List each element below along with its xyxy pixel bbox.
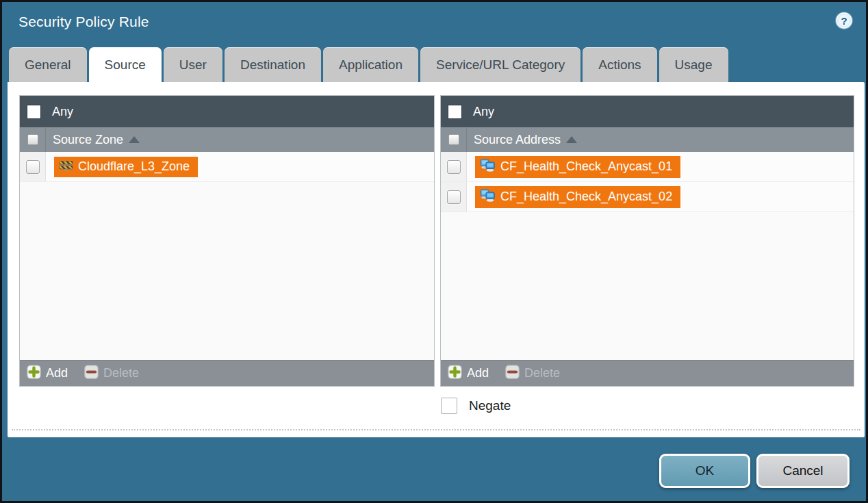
source-zone-any-checkbox[interactable] xyxy=(27,105,41,119)
source-address-any-checkbox[interactable] xyxy=(448,105,462,119)
tab-general[interactable]: General xyxy=(9,47,87,82)
cancel-button[interactable]: Cancel xyxy=(756,454,850,488)
address-icon xyxy=(480,189,496,205)
tab-user[interactable]: User xyxy=(164,47,222,82)
content-bottom-separator xyxy=(12,429,860,430)
negate-row: Negate xyxy=(441,398,511,414)
source-zone-panel: Any Source Zone xyxy=(19,95,435,387)
zone-icon xyxy=(59,159,73,175)
tab-application[interactable]: Application xyxy=(323,47,418,82)
negate-label: Negate xyxy=(469,398,511,413)
titlebar: Security Policy Rule ? xyxy=(2,2,866,47)
source-address-column-header[interactable]: Source Address xyxy=(441,127,854,152)
source-address-list: CF_Health_Check_Anycast_01 xyxy=(441,152,854,360)
delete-button-label: Delete xyxy=(524,366,560,381)
minus-icon xyxy=(505,365,520,382)
address-icon xyxy=(480,159,496,175)
table-row[interactable]: CF_Health_Check_Anycast_02 xyxy=(441,182,854,212)
address-object-label: CF_Health_Check_Anycast_01 xyxy=(500,159,672,174)
zone-object-label: Cloudflare_L3_Zone xyxy=(78,159,190,174)
add-button-label: Add xyxy=(467,366,489,381)
source-address-any-header: Any xyxy=(441,96,854,127)
plus-icon xyxy=(448,365,462,382)
select-all-cell xyxy=(441,127,467,152)
add-button[interactable]: Add xyxy=(27,365,68,382)
tab-destination[interactable]: Destination xyxy=(225,47,321,82)
row-checkbox[interactable] xyxy=(447,190,461,204)
tab-source[interactable]: Source xyxy=(89,47,162,82)
source-zone-column-header[interactable]: Source Zone xyxy=(20,127,434,152)
ok-button[interactable]: OK xyxy=(659,454,750,488)
address-object-tag[interactable]: CF_Health_Check_Anycast_01 xyxy=(475,156,680,178)
source-zone-column-title: Source Zone xyxy=(53,133,123,147)
tab-service-url-category[interactable]: Service/URL Category xyxy=(420,47,580,82)
svg-text:?: ? xyxy=(841,15,847,27)
minus-icon xyxy=(84,365,99,382)
plus-icon xyxy=(27,365,41,382)
source-address-footer: Add Delete xyxy=(441,360,854,386)
sort-ascending-icon xyxy=(129,136,140,143)
source-address-select-all-checkbox[interactable] xyxy=(448,134,459,145)
row-checkbox[interactable] xyxy=(26,160,40,174)
tab-content-source: Any Source Zone xyxy=(8,82,865,437)
dialog-title: Security Policy Rule xyxy=(18,14,149,30)
tab-usage[interactable]: Usage xyxy=(659,47,728,82)
row-checkbox-cell xyxy=(441,182,467,211)
zone-object-tag[interactable]: Cloudflare_L3_Zone xyxy=(54,157,198,177)
source-address-column-title: Source Address xyxy=(474,133,561,147)
sort-ascending-icon xyxy=(566,136,577,143)
row-checkbox-cell xyxy=(20,152,46,181)
negate-checkbox[interactable] xyxy=(441,398,457,414)
row-checkbox-cell xyxy=(441,152,467,181)
table-row[interactable]: Cloudflare_L3_Zone xyxy=(20,152,434,182)
source-zone-any-label: Any xyxy=(52,105,73,119)
delete-button-label: Delete xyxy=(103,366,139,381)
source-address-panel: Any Source Address xyxy=(440,95,854,387)
tab-actions[interactable]: Actions xyxy=(583,47,656,82)
tab-bar: General Source User Destination Applicat… xyxy=(9,47,728,82)
table-row[interactable]: CF_Health_Check_Anycast_01 xyxy=(441,152,854,182)
source-address-any-label: Any xyxy=(473,105,494,119)
delete-button[interactable]: Delete xyxy=(84,365,139,382)
address-object-label: CF_Health_Check_Anycast_02 xyxy=(500,190,672,204)
source-zone-footer: Add Delete xyxy=(20,360,434,386)
delete-button[interactable]: Delete xyxy=(505,365,560,382)
security-policy-rule-dialog: Security Policy Rule ? General Source Us… xyxy=(0,0,868,503)
add-button-label: Add xyxy=(46,366,68,381)
add-button[interactable]: Add xyxy=(448,365,489,382)
select-all-cell xyxy=(20,127,46,152)
row-checkbox[interactable] xyxy=(447,160,461,174)
help-icon[interactable]: ? xyxy=(834,11,854,30)
source-zone-select-all-checkbox[interactable] xyxy=(27,134,38,145)
source-zone-any-header: Any xyxy=(20,96,434,127)
address-object-tag[interactable]: CF_Health_Check_Anycast_02 xyxy=(475,186,680,208)
source-zone-list: Cloudflare_L3_Zone xyxy=(20,152,434,360)
